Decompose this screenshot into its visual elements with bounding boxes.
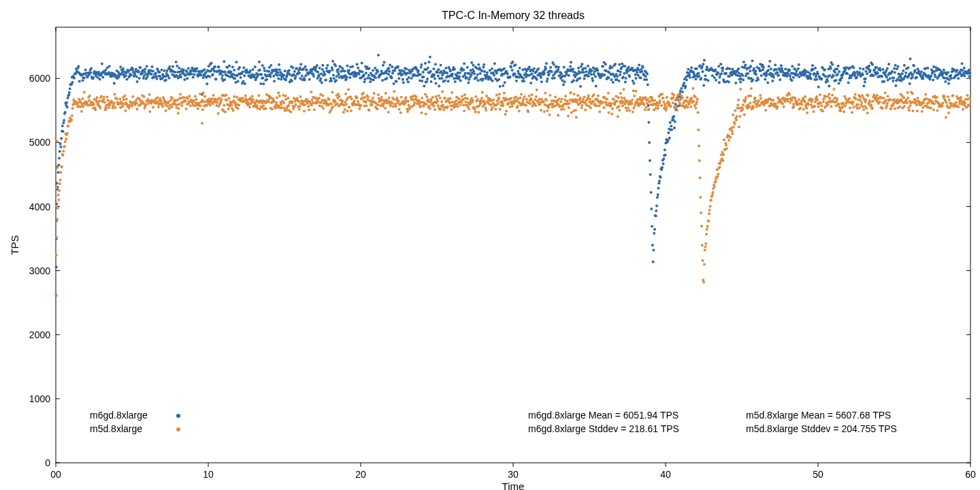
data-point — [968, 69, 970, 71]
data-point — [877, 72, 879, 75]
data-point — [872, 74, 875, 77]
data-point — [54, 293, 57, 296]
data-point — [92, 76, 95, 79]
data-point — [494, 108, 497, 110]
y-tick-label: 2000 — [29, 329, 50, 340]
data-point — [529, 102, 532, 105]
data-point — [638, 68, 640, 71]
data-point — [182, 69, 185, 71]
data-point — [389, 105, 392, 108]
data-point — [86, 76, 89, 78]
data-point — [338, 73, 340, 76]
data-point — [93, 103, 95, 105]
data-point — [642, 103, 645, 106]
data-point — [65, 137, 67, 140]
data-point — [657, 187, 660, 190]
data-point — [109, 103, 112, 106]
data-point — [634, 104, 636, 107]
data-point — [73, 77, 76, 80]
data-point — [503, 67, 506, 70]
data-point — [585, 70, 588, 73]
data-point — [704, 242, 707, 245]
data-point — [545, 99, 548, 101]
data-point — [633, 95, 636, 97]
data-point — [560, 72, 563, 75]
data-point — [235, 61, 238, 63]
data-point — [357, 100, 359, 103]
data-point — [540, 76, 542, 79]
data-point — [197, 108, 199, 110]
data-point — [862, 84, 865, 87]
data-point — [963, 67, 966, 69]
data-point — [784, 68, 787, 71]
data-point — [757, 99, 760, 102]
data-point — [210, 62, 213, 65]
data-point — [568, 106, 570, 109]
data-point — [792, 103, 795, 105]
data-point — [201, 122, 203, 125]
data-point — [61, 125, 64, 127]
data-point — [841, 105, 844, 108]
data-point — [637, 74, 640, 77]
data-point — [675, 97, 678, 99]
data-point — [522, 98, 525, 101]
data-point — [612, 81, 615, 84]
data-point — [449, 69, 452, 72]
data-point — [278, 68, 281, 71]
data-point — [438, 95, 440, 97]
data-point — [510, 66, 512, 69]
data-point — [395, 80, 398, 83]
data-point — [265, 78, 268, 81]
data-point — [318, 97, 321, 99]
data-point — [610, 78, 613, 81]
data-point — [659, 99, 662, 102]
data-point — [943, 95, 946, 97]
data-point — [788, 69, 791, 71]
data-point — [491, 106, 494, 109]
data-point — [466, 76, 468, 79]
data-point — [463, 110, 466, 112]
data-point — [864, 70, 867, 73]
data-point — [99, 78, 101, 81]
data-point — [738, 126, 740, 129]
data-point — [137, 71, 140, 74]
data-point — [518, 110, 521, 112]
data-point — [483, 70, 486, 73]
data-point — [341, 67, 344, 69]
data-point — [551, 70, 553, 73]
data-point — [425, 95, 428, 98]
data-point — [674, 120, 676, 123]
data-point — [546, 78, 549, 80]
data-point — [429, 56, 431, 59]
data-point — [591, 77, 593, 80]
data-point — [96, 96, 99, 99]
data-point — [152, 106, 154, 109]
data-point — [466, 97, 469, 100]
data-point — [636, 71, 638, 74]
data-point — [143, 95, 146, 98]
series-m5d.8xlarge — [54, 87, 971, 296]
data-point — [230, 103, 233, 106]
data-point — [459, 103, 462, 106]
data-point — [968, 97, 971, 99]
data-point — [664, 154, 667, 157]
data-point — [319, 77, 322, 80]
data-point — [644, 106, 647, 109]
data-point — [522, 77, 525, 80]
data-point — [899, 105, 902, 108]
data-point — [947, 95, 949, 98]
data-point — [917, 70, 920, 73]
annot-m5-mean: m5d.8xlarge Mean = 5607.68 TPS — [746, 410, 891, 421]
data-point — [237, 80, 240, 82]
data-point — [698, 159, 701, 162]
data-point — [836, 97, 838, 100]
data-point — [468, 108, 470, 110]
data-point — [206, 104, 208, 107]
data-point — [631, 67, 634, 69]
data-point — [762, 68, 764, 71]
data-point — [176, 99, 179, 101]
data-point — [271, 108, 274, 110]
data-point — [906, 67, 909, 69]
data-point — [921, 110, 924, 113]
data-point — [388, 67, 391, 69]
